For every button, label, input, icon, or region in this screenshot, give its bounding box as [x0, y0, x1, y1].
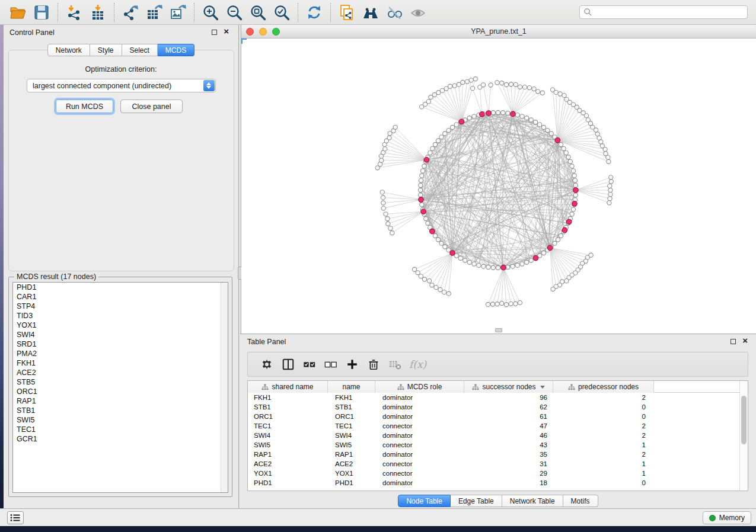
network-node[interactable]	[481, 264, 486, 268]
network-leaf-node[interactable]	[465, 79, 469, 84]
list-item[interactable]: CAR1	[13, 292, 228, 302]
table-row[interactable]: SWI5SWI5connector431	[248, 440, 748, 450]
table-row[interactable]: SWI4SWI4dominator462	[248, 431, 748, 440]
search-binoculars-button[interactable]	[359, 2, 382, 23]
network-leaf-node[interactable]	[513, 302, 518, 306]
network-node[interactable]	[559, 233, 563, 238]
network-leaf-node[interactable]	[426, 100, 430, 104]
float-panel-icon[interactable]	[212, 30, 217, 35]
network-node[interactable]	[556, 238, 560, 242]
network-leaf-node[interactable]	[509, 302, 513, 306]
network-node[interactable]	[520, 262, 524, 266]
mcds-hub-node[interactable]	[555, 137, 560, 143]
network-window-titlebar[interactable]: YPA_prune.txt_1	[241, 25, 756, 39]
network-leaf-node[interactable]	[388, 226, 393, 230]
mcds-hub-node[interactable]	[533, 255, 538, 261]
mcds-hub-node[interactable]	[511, 111, 516, 117]
network-node[interactable]	[559, 142, 563, 146]
clone-network-button[interactable]	[335, 2, 359, 23]
network-leaf-node[interactable]	[500, 301, 504, 305]
table-row[interactable]: RAP1RAP1dominator352	[248, 450, 748, 459]
network-node[interactable]	[496, 265, 500, 270]
network-node[interactable]	[573, 193, 578, 197]
network-node[interactable]	[439, 135, 444, 139]
mcds-result-list[interactable]: PHD1CAR1STP4TID3YOX1SWI4SRD1PMA2FKH1ACE2…	[12, 282, 228, 493]
column-header-shared-name[interactable]: shared name	[248, 381, 328, 393]
network-node[interactable]	[553, 241, 557, 245]
table-scrollbar[interactable]	[739, 381, 748, 491]
network-node[interactable]	[541, 125, 546, 129]
list-item[interactable]: PHD1	[13, 283, 228, 292]
network-leaf-node[interactable]	[446, 291, 451, 296]
network-node[interactable]	[436, 238, 440, 242]
network-leaf-node[interactable]	[536, 89, 540, 94]
network-leaf-node[interactable]	[513, 82, 518, 86]
mcds-hub-node[interactable]	[424, 158, 429, 163]
refresh-layout-button[interactable]	[302, 2, 326, 23]
mcds-hub-node[interactable]	[566, 219, 572, 225]
column-header-successor-nodes[interactable]: successor nodes	[464, 381, 553, 393]
network-node[interactable]	[426, 221, 430, 225]
network-leaf-node[interactable]	[564, 279, 569, 283]
network-node[interactable]	[515, 113, 519, 117]
network-node[interactable]	[562, 146, 566, 150]
split-panel-button[interactable]	[277, 355, 299, 373]
network-node[interactable]	[573, 178, 577, 182]
network-leaf-node[interactable]	[603, 147, 607, 151]
tab-style[interactable]: Style	[90, 44, 122, 56]
import-network-button[interactable]	[62, 2, 86, 23]
table-row[interactable]: FKH1FKH1dominator962	[248, 393, 748, 402]
export-network-button[interactable]	[119, 2, 142, 23]
network-node[interactable]	[546, 128, 550, 132]
table-row[interactable]: PHD1PHD1dominator180	[248, 478, 748, 488]
zoom-in-button[interactable]	[199, 2, 222, 23]
network-leaf-node[interactable]	[551, 287, 555, 291]
network-node[interactable]	[419, 178, 423, 182]
import-table-button[interactable]	[86, 2, 110, 23]
network-node[interactable]	[443, 245, 447, 249]
list-item[interactable]: SRD1	[13, 339, 228, 349]
network-node[interactable]	[538, 123, 542, 127]
network-node[interactable]	[472, 262, 476, 266]
table-row[interactable]: ACE2ACE2connector311	[248, 459, 748, 469]
network-node[interactable]	[501, 111, 505, 115]
network-leaf-node[interactable]	[490, 302, 495, 306]
show-panel-list-button[interactable]	[7, 511, 24, 524]
mcds-hub-node[interactable]	[450, 251, 455, 256]
tab-motifs[interactable]: Motifs	[563, 495, 598, 507]
table-row[interactable]: STB1STB1dominator620	[248, 402, 748, 412]
network-node[interactable]	[454, 123, 458, 127]
select-all-button[interactable]	[299, 355, 320, 373]
optimization-criterion-select[interactable]: largest connected component (undirected)	[27, 79, 216, 92]
network-leaf-node[interactable]	[481, 83, 485, 87]
network-leaf-node[interactable]	[383, 147, 387, 151]
network-leaf-node[interactable]	[473, 77, 477, 81]
network-leaf-node[interactable]	[469, 78, 473, 82]
tab-select[interactable]: Select	[122, 44, 158, 56]
network-leaf-node[interactable]	[504, 82, 508, 86]
list-item[interactable]: PMA2	[13, 349, 228, 358]
network-leaf-node[interactable]	[452, 84, 457, 88]
list-item[interactable]: YOX1	[13, 321, 228, 330]
network-leaf-node[interactable]	[381, 201, 385, 205]
network-node[interactable]	[511, 264, 515, 268]
column-header-predecessor-nodes[interactable]: predecessor nodes	[553, 381, 654, 393]
network-node[interactable]	[420, 174, 424, 178]
export-image-button[interactable]	[166, 2, 190, 23]
show-details-button[interactable]	[406, 2, 430, 23]
network-node[interactable]	[566, 155, 570, 159]
network-node[interactable]	[419, 183, 423, 187]
network-node[interactable]	[525, 116, 529, 120]
network-leaf-node[interactable]	[416, 271, 420, 275]
list-item[interactable]: TEC1	[13, 425, 228, 434]
zoom-selected-button[interactable]	[270, 2, 294, 23]
mcds-hub-node[interactable]	[573, 188, 579, 193]
network-node[interactable]	[467, 260, 471, 264]
network-leaf-node[interactable]	[532, 87, 536, 91]
network-leaf-node[interactable]	[509, 82, 513, 86]
zoom-out-button[interactable]	[222, 2, 246, 23]
network-leaf-node[interactable]	[584, 114, 588, 118]
float-panel-icon[interactable]	[731, 339, 736, 344]
network-leaf-node[interactable]	[379, 158, 384, 162]
network-node[interactable]	[573, 183, 578, 187]
